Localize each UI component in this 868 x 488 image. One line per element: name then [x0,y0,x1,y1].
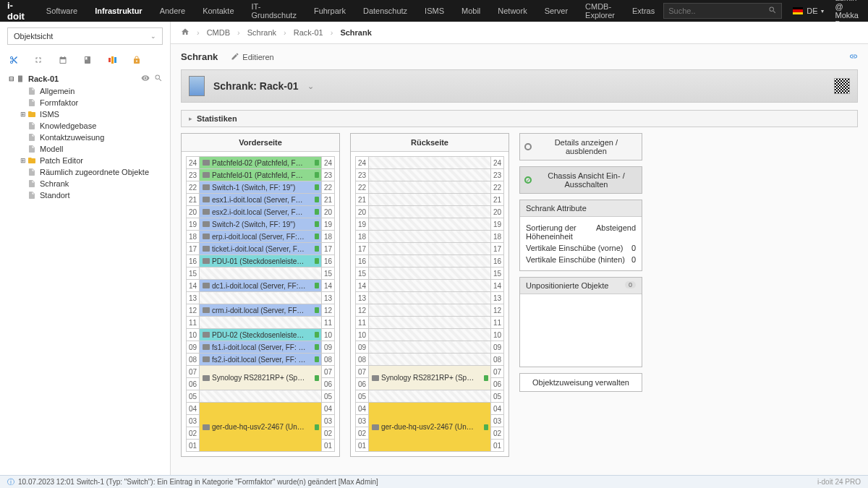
nav-item[interactable]: Mobil [453,0,489,22]
rack-slot-empty[interactable] [369,341,491,354]
search-icon[interactable] [154,74,163,84]
breadcrumb-item[interactable]: Schrank [247,28,276,37]
tree-root[interactable]: ⊟ Rack-01 [7,72,163,85]
rack-back-panel: Rückseite 242423232222212120201919181817… [350,133,509,457]
rack-slot-empty[interactable] [369,390,491,403]
rack-unit-number: 23 [187,169,200,181]
search-icon[interactable] [768,6,777,16]
lock-icon[interactable] [132,55,142,65]
rack-slot[interactable]: PDU-02 (Steckdosenleiste, FF: 19") [200,329,322,341]
rack-slot[interactable]: dc1.i-doit.local (Server, FF: 19") [200,280,322,292]
nav-item[interactable]: Fuhrpark [305,0,354,22]
rack-slot-empty[interactable] [369,317,491,329]
rack-unit-number: 02 [491,427,504,440]
chart-icon[interactable] [107,55,117,65]
home-icon[interactable] [181,27,190,38]
rack-slot[interactable]: PDU-01 (Steckdosenleiste, FF: 19") [200,255,322,267]
rack-slot[interactable]: ger-due-hq-usv2-2467 (Unterbrechung... [200,403,322,452]
tree-node[interactable]: Räumlich zugeordnete Objekte [7,166,163,178]
edit-button[interactable]: Editieren [231,52,273,62]
eye-icon[interactable] [141,74,150,84]
language-selector[interactable]: DE ▾ [793,7,824,15]
rack-slot-empty[interactable] [369,329,491,341]
tree-node[interactable]: Standort [7,189,163,201]
rack-slot-empty[interactable] [369,280,491,292]
collapse-icon[interactable]: ⊟ [7,75,16,82]
rack-slot-empty[interactable] [369,169,491,181]
rack-slot[interactable]: fs2.i-doit.local (Server, FF: 19") [200,354,322,366]
nav-item[interactable]: Software [38,0,86,22]
tree-node[interactable]: Allgemein [7,85,163,97]
rack-slot-empty[interactable] [369,243,491,255]
rack-slot-empty[interactable] [200,317,322,329]
tree-node[interactable]: Modell [7,143,163,155]
rack-slot[interactable]: Patchfeld-01 (Patchfeld, FF: 19") [200,169,322,181]
rack-slot-empty[interactable] [200,292,322,304]
rack-slot[interactable]: crm.i-doit.local (Server, FF: 19") [200,304,322,317]
rack-slot-label: Switch-2 (Switch, FF: 19") [212,221,295,228]
tree-node[interactable]: Formfaktor [7,97,163,108]
expand-icon[interactable] [33,55,43,65]
toggle-chassis-button[interactable]: Chassis Ansicht Ein- / Ausschalten [519,166,642,194]
view-select[interactable]: Objektsicht ⌄ [7,27,163,45]
rack-slot[interactable]: fs1.i-doit.local (Server, FF: 19") [200,341,322,354]
tree-node[interactable]: Kontaktzuweisung [7,132,163,143]
tree-node[interactable]: ⊞Patch Editor [7,155,163,166]
search-input[interactable] [668,7,768,15]
statistics-toggle[interactable]: ▸ Statistiken [181,110,858,127]
rack-slot-empty[interactable] [369,181,491,194]
nav-item[interactable]: Datenschutz [354,0,416,22]
nav-item[interactable]: Kontakte [194,0,242,22]
nav-item[interactable]: Server [536,0,576,22]
nav-item[interactable]: ISMS [416,0,453,22]
rack-slot[interactable]: Synology RS2821RP+ (Speichersystem, ... [369,366,491,390]
rack-slot[interactable]: ticket.i-doit.local (Server, FF: 19") [200,243,322,255]
rack-slot-empty[interactable] [369,194,491,206]
rack-slot-empty[interactable] [369,206,491,218]
rack-slot-empty[interactable] [369,304,491,317]
search-box[interactable] [663,3,782,19]
breadcrumb-item[interactable]: CMDB [207,28,230,37]
tree-node[interactable]: Schrank [7,178,163,189]
rack-slot-empty[interactable] [369,255,491,267]
chevron-down-icon[interactable]: ⌄ [307,82,314,91]
rack-slot-empty[interactable] [369,231,491,243]
qr-code-icon[interactable] [834,78,850,94]
nav-item[interactable]: IT-Grundschutz [243,0,305,22]
tree-node[interactable]: Knowledgebase [7,120,163,132]
rack-unit-number: 06 [187,378,200,390]
calendar-icon[interactable] [58,55,68,65]
link-icon[interactable] [849,52,858,62]
tree-node[interactable]: ⊞ISMS [7,108,163,120]
rack-slot[interactable]: erp.i-doit.local (Server, FF: 19") [200,231,322,243]
rack-unit-number: 24 [187,157,200,169]
rack-slot[interactable]: esx2.i-doit.local (Server, FF: 19") [200,206,322,218]
rack-slot[interactable]: Patchfeld-02 (Patchfeld, FF: 19") [200,157,322,169]
rack-slot[interactable]: esx1.i-doit.local (Server, FF: 19") [200,194,322,206]
toggle-details-button[interactable]: Details anzeigen / ausblenden [519,133,642,160]
rack-slot-empty[interactable] [369,267,491,280]
nav-item[interactable]: Network [489,0,535,22]
logo[interactable]: i-doit [7,0,25,22]
book-icon[interactable] [82,55,93,65]
nav-item[interactable]: Andere [151,0,194,22]
rack-slot[interactable]: Switch-1 (Switch, FF: 19") [200,181,322,194]
nav-item[interactable]: CMDB-Explorer [576,0,624,22]
rack-unit-number: 10 [187,329,200,341]
rack-slot[interactable]: Synology RS2821RP+ (Speichersystem, ... [200,366,322,390]
rack-slot-empty[interactable] [369,218,491,231]
scissors-icon[interactable] [9,55,19,65]
manage-assignment-button[interactable]: Objektzuweisung verwalten [519,373,642,392]
rack-slot-empty[interactable] [200,390,322,403]
rack-slot-empty[interactable] [369,354,491,366]
folder-icon [27,156,38,165]
rack-slot-empty[interactable] [369,157,491,169]
breadcrumb-item[interactable]: Rack-01 [294,28,323,37]
rack-slot-empty[interactable] [369,292,491,304]
rack-slot-empty[interactable] [200,267,322,280]
rack-slot[interactable]: Switch-2 (Switch, FF: 19") [200,218,322,231]
device-icon [203,375,210,381]
nav-item[interactable]: Extras [624,0,663,22]
nav-item[interactable]: Infrastruktur [86,0,150,22]
rack-slot[interactable]: ger-due-hq-usv2-2467 (Unterbrechung... [369,403,491,452]
